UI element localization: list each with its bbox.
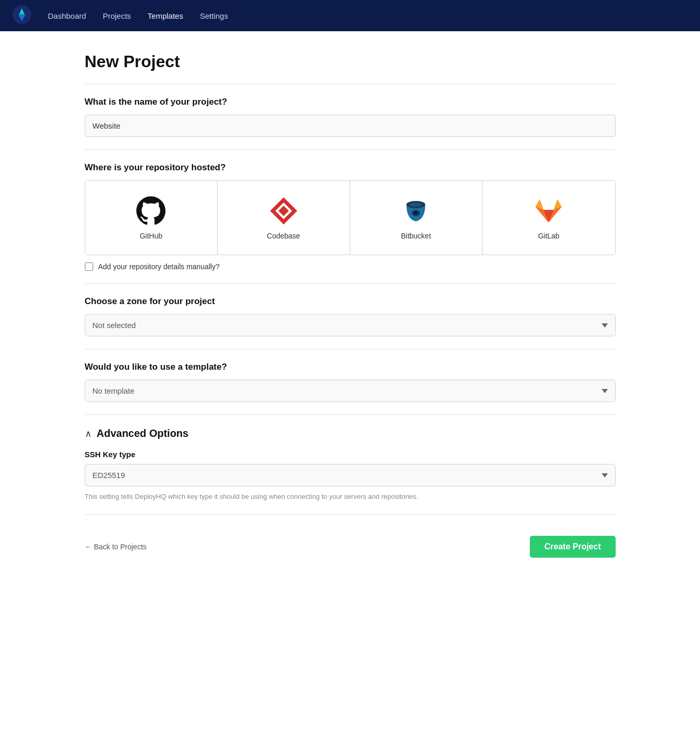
- ssh-key-select[interactable]: ED25519 RSA: [85, 464, 616, 486]
- advanced-title: Advanced Options: [97, 428, 189, 439]
- bitbucket-label: Bitbucket: [401, 232, 431, 240]
- footer-row: ← Back to Projects Create Project: [85, 536, 616, 558]
- advanced-options-section: ∧ Advanced Options SSH Key type ED25519 …: [85, 428, 616, 502]
- back-to-projects-link[interactable]: ← Back to Projects: [85, 543, 147, 551]
- divider-3: [85, 283, 616, 284]
- nav-templates[interactable]: Templates: [148, 11, 183, 20]
- repo-option-bitbucket[interactable]: Bitbucket: [350, 181, 483, 255]
- ssh-key-helper: This setting tells DeployHQ which key ty…: [85, 492, 616, 502]
- divider-5: [85, 414, 616, 415]
- zone-label: Choose a zone for your project: [85, 296, 616, 307]
- zone-select[interactable]: Not selected: [85, 314, 616, 336]
- nav-projects[interactable]: Projects: [103, 11, 131, 20]
- bitbucket-icon: [400, 195, 431, 227]
- advanced-chevron-icon: ∧: [85, 428, 92, 439]
- advanced-content: SSH Key type ED25519 RSA This setting te…: [85, 450, 616, 502]
- template-select[interactable]: No template: [85, 380, 616, 402]
- logo-icon: [12, 5, 31, 24]
- codebase-icon: [268, 195, 299, 227]
- divider-4: [85, 349, 616, 349]
- svg-point-8: [410, 203, 422, 207]
- github-label: GitHub: [139, 232, 162, 240]
- create-project-button[interactable]: Create Project: [530, 536, 616, 558]
- gitlab-icon: [533, 195, 564, 227]
- ssh-key-label: SSH Key type: [85, 450, 616, 459]
- repo-option-gitlab[interactable]: GitLab: [482, 181, 615, 255]
- repo-option-codebase[interactable]: Codebase: [218, 181, 350, 255]
- manual-repo-row: Add your repository details manually?: [85, 262, 616, 271]
- project-name-label: What is the name of your project?: [85, 97, 616, 107]
- repo-option-github[interactable]: GitHub: [85, 181, 218, 255]
- logo[interactable]: [12, 5, 31, 26]
- codebase-label: Codebase: [267, 232, 300, 240]
- repo-host-grid: GitHub Codebase: [85, 180, 616, 255]
- divider-6: [85, 514, 616, 515]
- main-nav: Dashboard Projects Templates Settings: [0, 0, 700, 31]
- advanced-toggle[interactable]: ∧ Advanced Options: [85, 428, 616, 439]
- main-content: New Project What is the name of your pro…: [69, 31, 631, 589]
- svg-point-11: [414, 212, 417, 215]
- project-name-input[interactable]: [85, 115, 616, 137]
- github-icon: [135, 195, 167, 227]
- divider-2: [85, 149, 616, 150]
- divider-1: [85, 84, 616, 84]
- manual-repo-checkbox[interactable]: [85, 262, 93, 271]
- page-title: New Project: [85, 52, 616, 71]
- manual-repo-label[interactable]: Add your repository details manually?: [98, 262, 220, 271]
- template-label: Would you like to use a template?: [85, 362, 616, 372]
- repo-host-section: Where is your repository hosted? GitHub: [85, 162, 616, 271]
- zone-section: Choose a zone for your project Not selec…: [85, 296, 616, 336]
- nav-dashboard[interactable]: Dashboard: [48, 11, 86, 20]
- gitlab-label: GitLab: [538, 232, 559, 240]
- template-section: Would you like to use a template? No tem…: [85, 362, 616, 402]
- repo-host-label: Where is your repository hosted?: [85, 162, 616, 173]
- project-name-section: What is the name of your project?: [85, 97, 616, 137]
- nav-settings[interactable]: Settings: [200, 11, 228, 20]
